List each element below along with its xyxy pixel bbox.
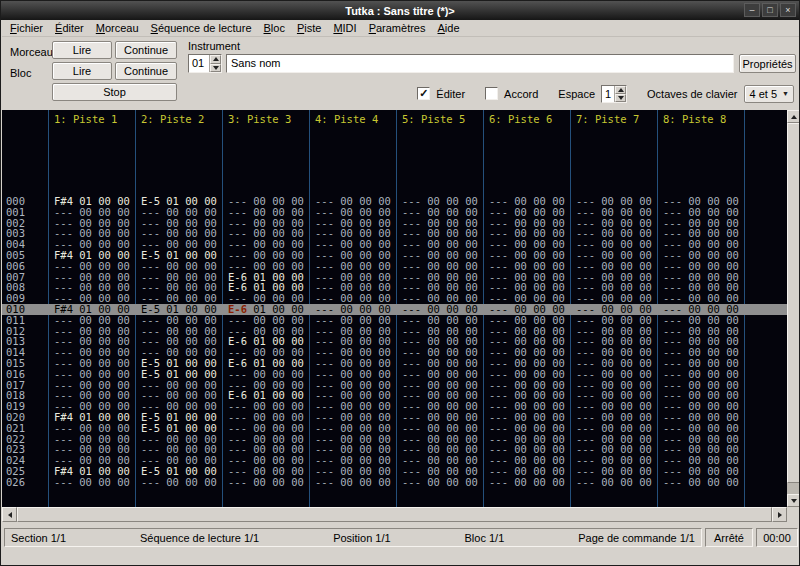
pattern-cell[interactable]: --- 00 00 00 <box>576 369 652 380</box>
edit-checkbox[interactable]: ✓ <box>417 87 430 100</box>
pattern-cell[interactable]: --- 00 00 00 <box>315 261 391 272</box>
pattern-cell[interactable]: --- 00 00 00 <box>489 261 565 272</box>
pattern-row[interactable]: 021--- 00 00 00E-5 01 00 00--- 00 00 00-… <box>2 423 787 434</box>
pattern-cell[interactable]: --- 00 00 00 <box>228 423 304 434</box>
pattern-cell[interactable]: --- 00 00 00 <box>141 207 217 218</box>
pattern-cell[interactable]: --- 00 00 00 <box>663 477 739 488</box>
pattern-cell[interactable]: --- 00 00 00 <box>576 315 652 326</box>
pattern-editor[interactable]: 1: Piste 12: Piste 23: Piste 34: Piste 4… <box>2 110 787 507</box>
close-icon[interactable]: × <box>780 3 796 17</box>
menubar: FichierÉditerMorceauSéquence de lectureB… <box>2 20 800 37</box>
menu-sequence-de-lecture[interactable]: Séquence de lecture <box>145 21 258 35</box>
maximize-icon[interactable]: □ <box>762 3 778 17</box>
menu-piste[interactable]: Piste <box>291 21 327 35</box>
pattern-cell[interactable]: --- 00 00 00 <box>402 369 478 380</box>
menu-aide[interactable]: Aide <box>432 21 466 35</box>
pattern-cell[interactable]: --- 00 00 00 <box>54 369 130 380</box>
menu-bloc[interactable]: Bloc <box>258 21 291 35</box>
scroll-right-icon[interactable] <box>772 507 787 522</box>
pattern-cell[interactable]: --- 00 00 00 <box>576 477 652 488</box>
instrument-label: Instrument <box>188 40 240 52</box>
scroll-left-icon[interactable] <box>2 507 17 522</box>
vertical-scrollbar[interactable] <box>787 110 800 507</box>
instrument-number-spinbox[interactable]: 01 <box>188 54 222 73</box>
pattern-row[interactable]: 001--- 00 00 00--- 00 00 00--- 00 00 00-… <box>2 207 787 218</box>
pattern-cell[interactable]: --- 00 00 00 <box>663 369 739 380</box>
check-icon: ✓ <box>419 88 428 99</box>
menu-morceau[interactable]: Morceau <box>90 21 145 35</box>
minimize-icon[interactable]: – <box>744 3 760 17</box>
pattern-cell[interactable]: --- 00 00 00 <box>54 261 130 272</box>
horizontal-scrollbar[interactable] <box>2 507 787 522</box>
song-continue-button[interactable]: Continue <box>115 41 177 59</box>
pattern-rows: 000F#4 01 00 00E-5 01 00 00--- 00 00 00-… <box>2 196 787 488</box>
pattern-cell[interactable]: --- 00 00 00 <box>663 261 739 272</box>
pattern-cell[interactable]: --- 00 00 00 <box>315 423 391 434</box>
pattern-cell[interactable]: --- 00 00 00 <box>54 315 130 326</box>
pattern-cell[interactable]: --- 00 00 00 <box>315 369 391 380</box>
pattern-cell[interactable]: --- 00 00 00 <box>489 369 565 380</box>
pattern-cell[interactable]: --- 00 00 00 <box>663 207 739 218</box>
scroll-down-icon[interactable] <box>787 494 800 507</box>
pattern-cell[interactable]: --- 00 00 00 <box>228 315 304 326</box>
octaves-combobox[interactable]: 4 et 5 ▼ <box>744 85 794 103</box>
menu-fichier[interactable]: Fichier <box>4 21 49 35</box>
pattern-cell[interactable]: --- 00 00 00 <box>402 315 478 326</box>
pattern-row[interactable]: 011--- 00 00 00--- 00 00 00--- 00 00 00-… <box>2 315 787 326</box>
pattern-cell[interactable]: --- 00 00 00 <box>315 477 391 488</box>
spin-down-icon[interactable] <box>615 94 626 102</box>
pattern-cell[interactable]: --- 00 00 00 <box>228 261 304 272</box>
titlebar[interactable]: Tutka : Sans titre (*)> – □ × <box>1 1 799 20</box>
pattern-cell[interactable]: --- 00 00 00 <box>663 423 739 434</box>
block-continue-button[interactable]: Continue <box>115 62 177 80</box>
scroll-up-icon[interactable] <box>787 110 800 123</box>
pattern-cell[interactable]: --- 00 00 00 <box>141 261 217 272</box>
pattern-cell[interactable]: --- 00 00 00 <box>141 477 217 488</box>
pattern-cell[interactable]: --- 00 00 00 <box>489 207 565 218</box>
pattern-cell[interactable]: E-5 01 00 00 <box>141 369 217 380</box>
pattern-cell[interactable]: --- 00 00 00 <box>402 207 478 218</box>
spin-down-icon[interactable] <box>210 64 221 73</box>
pattern-cell[interactable]: --- 00 00 00 <box>402 423 478 434</box>
hscroll-thumb[interactable] <box>17 507 772 522</box>
window-controls: – □ × <box>744 3 796 17</box>
vscroll-thumb[interactable] <box>787 123 800 483</box>
properties-button[interactable]: Propriétés <box>739 54 796 73</box>
status-main-panel: Section 1/1 Séquence de lecture 1/1 Posi… <box>4 528 702 547</box>
pattern-cell[interactable]: --- 00 00 00 <box>54 477 130 488</box>
pattern-cell[interactable]: --- 00 00 00 <box>228 369 304 380</box>
pattern-cell[interactable]: --- 00 00 00 <box>402 261 478 272</box>
pattern-cell[interactable]: --- 00 00 00 <box>228 477 304 488</box>
pattern-cell[interactable]: --- 00 00 00 <box>141 315 217 326</box>
menu-midi[interactable]: MIDI <box>327 21 362 35</box>
pattern-cell[interactable]: --- 00 00 00 <box>576 423 652 434</box>
pattern-cell[interactable]: --- 00 00 00 <box>489 315 565 326</box>
pattern-row[interactable]: 006--- 00 00 00--- 00 00 00--- 00 00 00-… <box>2 261 787 272</box>
chord-checkbox[interactable] <box>485 87 498 100</box>
row-number: 011 <box>6 315 25 326</box>
pattern-cell[interactable]: --- 00 00 00 <box>576 207 652 218</box>
pattern-cell[interactable]: --- 00 00 00 <box>54 423 130 434</box>
pattern-cell[interactable]: --- 00 00 00 <box>489 423 565 434</box>
block-play-button[interactable]: Lire <box>52 62 112 80</box>
spin-up-icon[interactable] <box>210 55 221 64</box>
pattern-cell[interactable]: --- 00 00 00 <box>402 477 478 488</box>
spin-up-icon[interactable] <box>615 86 626 94</box>
pattern-row[interactable]: 016--- 00 00 00E-5 01 00 00--- 00 00 00-… <box>2 369 787 380</box>
pattern-cell[interactable]: --- 00 00 00 <box>228 207 304 218</box>
pattern-cell[interactable]: --- 00 00 00 <box>489 477 565 488</box>
pattern-cell[interactable]: E-5 01 00 00 <box>141 423 217 434</box>
pattern-row[interactable]: 026--- 00 00 00--- 00 00 00--- 00 00 00-… <box>2 477 787 488</box>
pattern-cell[interactable]: --- 00 00 00 <box>315 207 391 218</box>
pattern-cell[interactable]: --- 00 00 00 <box>315 315 391 326</box>
pattern-cell[interactable]: --- 00 00 00 <box>663 315 739 326</box>
instrument-name-input[interactable]: Sans nom <box>226 54 734 73</box>
menu-parametres[interactable]: Paramètres <box>363 21 432 35</box>
song-play-button[interactable]: Lire <box>52 41 112 59</box>
song-label: Morceau <box>10 46 53 58</box>
space-spinbox[interactable]: 1 <box>601 85 627 103</box>
pattern-cell[interactable]: --- 00 00 00 <box>54 207 130 218</box>
pattern-cell[interactable]: --- 00 00 00 <box>576 261 652 272</box>
menu-editer[interactable]: Éditer <box>49 21 90 35</box>
stop-button[interactable]: Stop <box>52 83 177 101</box>
